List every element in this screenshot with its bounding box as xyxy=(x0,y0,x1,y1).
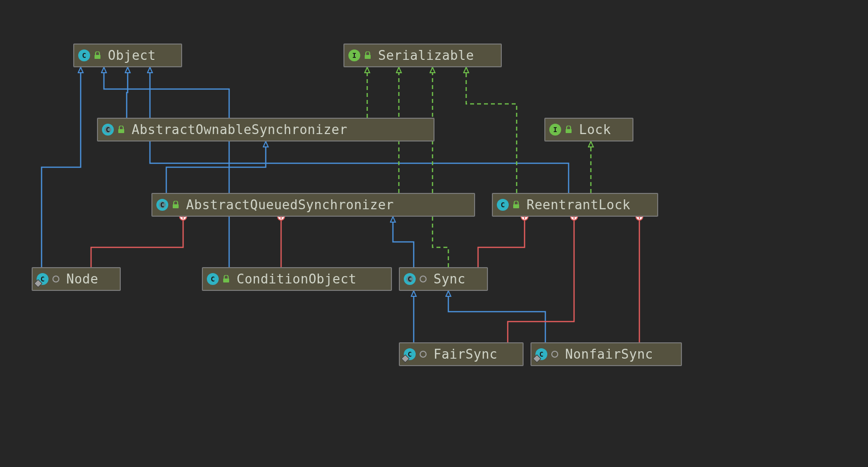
edges-layer xyxy=(0,0,868,467)
final-badge-icon: C xyxy=(535,348,547,360)
svg-rect-5 xyxy=(173,204,179,208)
extends-edge xyxy=(393,217,414,267)
public-lock-icon xyxy=(172,201,179,209)
uml-node-nonfairSync[interactable]: CNonfairSync xyxy=(530,342,682,366)
inner-edge xyxy=(478,217,525,267)
class-badge-icon: C xyxy=(497,199,509,211)
node-label: AbstractOwnableSynchronizer xyxy=(132,122,347,137)
uml-node-object[interactable]: CObject xyxy=(73,44,182,67)
svg-rect-6 xyxy=(513,204,519,208)
inner-edge xyxy=(91,217,183,267)
uml-node-abstractQueuedSync[interactable]: CAbstractQueuedSynchronizer xyxy=(151,193,475,217)
extends-edge xyxy=(166,141,266,193)
node-label: Lock xyxy=(579,122,611,137)
package-visibility-icon xyxy=(52,276,59,282)
interface-badge-icon: I xyxy=(549,124,561,136)
extends-edge xyxy=(104,67,229,267)
public-lock-icon xyxy=(223,275,230,283)
svg-rect-3 xyxy=(118,129,124,133)
uml-node-serializable[interactable]: ISerializable xyxy=(343,44,502,67)
public-lock-icon xyxy=(94,51,101,59)
node-label: ConditionObject xyxy=(237,272,356,286)
abstract-badge-icon: C xyxy=(404,273,416,285)
abstract-badge-icon: C xyxy=(102,124,114,136)
final-badge-icon: C xyxy=(37,273,48,285)
node-label: Node xyxy=(66,272,98,286)
svg-rect-4 xyxy=(566,129,572,133)
package-visibility-icon xyxy=(420,276,427,282)
implements-edge xyxy=(433,67,448,267)
uml-node-reentrantLock[interactable]: CReentrantLock xyxy=(492,193,658,217)
node-label: NonfairSync xyxy=(565,347,653,362)
uml-node-sync[interactable]: CSync xyxy=(399,267,488,291)
extends-edge xyxy=(127,67,128,118)
node-label: Object xyxy=(108,48,156,63)
node-label: ReentrantLock xyxy=(527,197,630,212)
final-badge-icon: C xyxy=(404,348,416,360)
svg-rect-7 xyxy=(223,279,229,282)
package-visibility-icon xyxy=(420,351,427,358)
diagram-canvas[interactable]: CObjectISerializableCAbstractOwnableSync… xyxy=(0,0,868,467)
uml-node-lock[interactable]: ILock xyxy=(544,118,633,141)
uml-node-conditionObject[interactable]: CConditionObject xyxy=(202,267,392,291)
svg-rect-1 xyxy=(95,55,100,59)
public-lock-icon xyxy=(513,201,520,209)
node-label: Sync xyxy=(434,272,466,286)
svg-rect-2 xyxy=(365,55,371,59)
public-lock-icon xyxy=(364,51,371,59)
extends-edge xyxy=(42,67,81,267)
extends-edge xyxy=(448,291,545,342)
implements-edge xyxy=(466,67,517,193)
class-badge-icon: C xyxy=(78,49,90,61)
uml-node-nodeCls[interactable]: CNode xyxy=(32,267,121,291)
abstract-badge-icon: C xyxy=(156,199,168,211)
class-badge-icon: C xyxy=(207,273,219,285)
node-label: Serializable xyxy=(378,48,474,63)
public-lock-icon xyxy=(118,126,125,134)
interface-badge-icon: I xyxy=(348,49,360,61)
public-lock-icon xyxy=(565,126,572,134)
node-label: AbstractQueuedSynchronizer xyxy=(186,197,394,212)
node-label: FairSync xyxy=(434,347,497,362)
uml-node-fairSync[interactable]: CFairSync xyxy=(399,342,524,366)
package-visibility-icon xyxy=(551,351,558,358)
inner-edge xyxy=(508,217,574,342)
uml-node-abstractOwnableSync[interactable]: CAbstractOwnableSynchronizer xyxy=(97,118,434,141)
